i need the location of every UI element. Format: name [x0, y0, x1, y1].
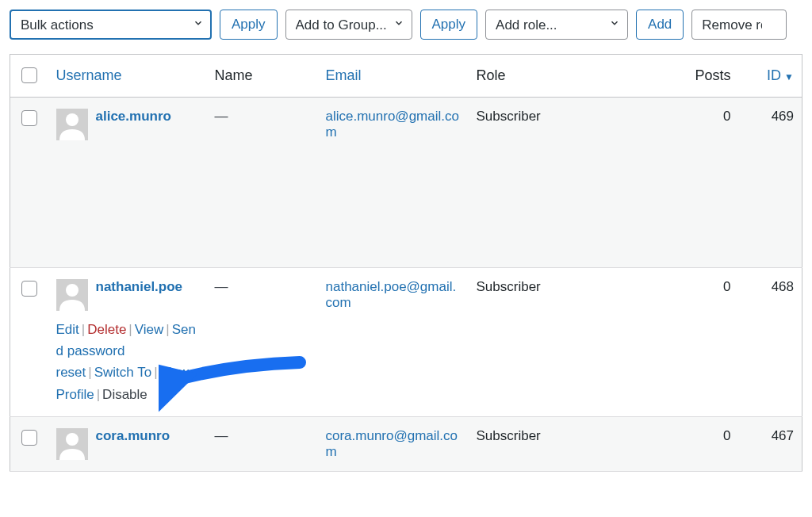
username-link[interactable]: cora.munro: [96, 428, 170, 444]
disable-link[interactable]: Disable: [102, 387, 147, 402]
posts-cell: 0: [676, 416, 739, 471]
switch-to-link[interactable]: Switch To: [94, 365, 151, 380]
table-row: cora.munro—cora.munro@gmail.comSubscribe…: [10, 416, 802, 471]
id-column-header: ID▼: [739, 55, 802, 98]
name-cell: —: [207, 98, 318, 268]
row-checkbox[interactable]: [21, 110, 37, 126]
avatar: [56, 279, 88, 311]
view-link[interactable]: View: [135, 322, 164, 337]
email-sort-link[interactable]: Email: [326, 67, 362, 83]
bulk-apply-button[interactable]: Apply: [220, 10, 278, 40]
username-cell: alice.munro: [48, 98, 207, 268]
remove-role-select[interactable]: Remove role...: [691, 10, 787, 40]
email-cell: cora.munro@gmail.com: [318, 416, 469, 471]
username-link[interactable]: nathaniel.poe: [96, 279, 183, 295]
row-checkbox[interactable]: [21, 430, 37, 446]
svg-point-5: [66, 433, 79, 446]
name-cell: —: [207, 416, 318, 471]
name-cell: —: [207, 268, 318, 417]
add-role-button[interactable]: Add: [636, 10, 684, 40]
username-cell: nathaniel.poeEdit|Delete|View|Send passw…: [48, 268, 207, 417]
row-actions: Edit|Delete|View|Send password reset|Swi…: [56, 319, 199, 405]
add-role-wrap: Add role...: [485, 10, 628, 40]
add-to-group-wrap: Add to Group...: [285, 10, 412, 40]
id-cell: 469: [739, 98, 802, 268]
role-column-header: Role: [469, 55, 676, 98]
row-checkbox-cell: [10, 98, 48, 268]
delete-link[interactable]: Delete: [87, 322, 126, 337]
svg-point-1: [66, 113, 79, 126]
id-cell: 468: [739, 268, 802, 417]
username-cell: cora.munro: [48, 416, 207, 471]
add-role-select[interactable]: Add role...: [485, 10, 628, 40]
id-cell: 467: [739, 416, 802, 471]
bulk-actions-select[interactable]: Bulk actions: [10, 10, 212, 40]
role-cell: Subscriber: [469, 268, 676, 417]
add-to-group-select[interactable]: Add to Group...: [285, 10, 412, 40]
email-column-header: Email: [318, 55, 469, 98]
role-cell: Subscriber: [469, 416, 676, 471]
table-row: nathaniel.poeEdit|Delete|View|Send passw…: [10, 268, 802, 417]
select-all-header: [10, 55, 48, 98]
group-apply-button[interactable]: Apply: [420, 10, 478, 40]
row-checkbox-cell: [10, 268, 48, 417]
sort-desc-icon: ▼: [784, 71, 794, 82]
avatar: [56, 109, 88, 140]
row-checkbox[interactable]: [21, 281, 37, 297]
role-cell: Subscriber: [469, 98, 676, 268]
svg-point-3: [66, 284, 79, 297]
row-checkbox-cell: [10, 416, 48, 471]
email-link[interactable]: nathaniel.poe@gmail.com: [326, 279, 457, 310]
bulk-actions-wrap: Bulk actions: [10, 10, 212, 40]
posts-cell: 0: [676, 268, 739, 417]
email-link[interactable]: alice.munro@gmail.com: [326, 109, 459, 140]
avatar: [56, 428, 88, 460]
username-sort-link[interactable]: Username: [56, 67, 122, 83]
users-table: Username Name Email Role Posts ID▼ alice…: [10, 54, 802, 472]
edit-link[interactable]: Edit: [56, 322, 79, 337]
table-row: alice.munro—alice.munro@gmail.comSubscri…: [10, 98, 802, 268]
remove-role-wrap: Remove role...: [691, 10, 787, 40]
table-header-row: Username Name Email Role Posts ID▼: [10, 55, 802, 98]
toolbar: Bulk actions Apply Add to Group... Apply…: [10, 10, 802, 40]
email-cell: alice.munro@gmail.com: [318, 98, 469, 268]
username-column-header: Username: [48, 55, 207, 98]
name-column-header: Name: [207, 55, 318, 98]
email-cell: nathaniel.poe@gmail.com: [318, 268, 469, 417]
posts-column-header: Posts: [676, 55, 739, 98]
id-sort-link[interactable]: ID▼: [767, 67, 794, 83]
username-link[interactable]: alice.munro: [96, 109, 171, 124]
select-all-checkbox[interactable]: [21, 67, 37, 83]
email-link[interactable]: cora.munro@gmail.com: [326, 428, 458, 459]
posts-cell: 0: [676, 98, 739, 268]
